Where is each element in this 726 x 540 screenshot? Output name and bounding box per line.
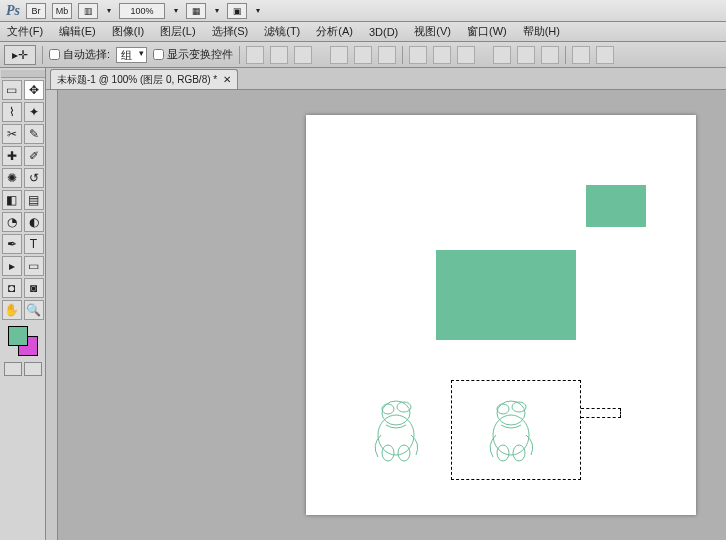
toolbox-grip[interactable] <box>1 70 45 78</box>
menu-layer[interactable]: 图层(L) <box>157 22 198 41</box>
align-icon[interactable] <box>270 46 288 64</box>
minibridge-icon[interactable]: Mb <box>52 3 72 19</box>
vector-figure-a[interactable] <box>366 395 426 465</box>
quick-mask-toggle <box>4 362 42 376</box>
document-tabs: 未标题-1 @ 100% (图层 0, RGB/8) * ✕ <box>46 68 726 90</box>
app-logo: Ps <box>6 3 20 19</box>
dropdown-icon[interactable]: ▾ <box>212 3 221 19</box>
auto-select-checkbox[interactable]: 自动选择: <box>49 47 110 62</box>
document-area: 未标题-1 @ 100% (图层 0, RGB/8) * ✕ <box>46 68 726 540</box>
pen-tool[interactable]: ✒ <box>2 234 22 254</box>
arrange-docs-icon[interactable]: ▦ <box>186 3 206 19</box>
align-icon[interactable] <box>330 46 348 64</box>
history-brush-tool[interactable]: ↺ <box>24 168 44 188</box>
eyedropper-tool[interactable]: ✎ <box>24 124 44 144</box>
auto-select-label: 自动选择: <box>63 47 110 62</box>
distribute-icon[interactable] <box>457 46 475 64</box>
svg-point-3 <box>378 415 414 455</box>
menu-file[interactable]: 文件(F) <box>4 22 46 41</box>
screen-mode-icon[interactable]: ▥ <box>78 3 98 19</box>
close-icon[interactable]: ✕ <box>223 74 231 85</box>
title-bar: Ps Br Mb ▥ ▾ 100% ▾ ▦ ▾ ▣ ▾ <box>0 0 726 22</box>
distribute-icon[interactable] <box>409 46 427 64</box>
document-title: 未标题-1 @ 100% (图层 0, RGB/8) * <box>57 73 217 87</box>
auto-align-icon[interactable] <box>572 46 590 64</box>
hand-tool[interactable]: ✋ <box>2 300 22 320</box>
distribute-icon[interactable] <box>517 46 535 64</box>
show-transform-label: 显示变换控件 <box>167 47 233 62</box>
options-bar: ▸✛ 自动选择: 组 显示变换控件 <box>0 42 726 68</box>
healing-tool[interactable]: ✚ <box>2 146 22 166</box>
shape-rect-large[interactable] <box>436 250 576 340</box>
canvas-viewport[interactable] <box>46 90 726 540</box>
auto-select-mode[interactable]: 组 <box>116 47 147 63</box>
dropdown-icon[interactable]: ▾ <box>253 3 262 19</box>
separator <box>565 46 566 64</box>
align-icon[interactable] <box>246 46 264 64</box>
menu-filter[interactable]: 滤镜(T) <box>261 22 303 41</box>
menu-select[interactable]: 选择(S) <box>209 22 252 41</box>
menu-view[interactable]: 视图(V) <box>411 22 454 41</box>
stamp-tool[interactable]: ✺ <box>2 168 22 188</box>
selection-marquee[interactable] <box>451 380 581 480</box>
crop-tool[interactable]: ✂ <box>2 124 22 144</box>
path-select-tool[interactable]: ▸ <box>2 256 22 276</box>
distribute-icon[interactable] <box>493 46 511 64</box>
move-tool[interactable]: ✥ <box>24 80 44 100</box>
align-icon[interactable] <box>354 46 372 64</box>
menu-edit[interactable]: 编辑(E) <box>56 22 99 41</box>
brush-tool[interactable]: ✐ <box>24 146 44 166</box>
color-swatches[interactable] <box>8 326 38 356</box>
menu-help[interactable]: 帮助(H) <box>520 22 563 41</box>
align-icon[interactable] <box>294 46 312 64</box>
current-tool-icon[interactable]: ▸✛ <box>4 45 36 65</box>
show-transform-checkbox[interactable]: 显示变换控件 <box>153 47 233 62</box>
link-icon[interactable] <box>596 46 614 64</box>
3d-camera-tool[interactable]: ◙ <box>24 278 44 298</box>
menu-3d[interactable]: 3D(D) <box>366 24 401 40</box>
selection-marquee-ext[interactable] <box>581 408 621 418</box>
svg-point-1 <box>382 404 394 414</box>
zoom-level[interactable]: 100% <box>119 3 165 19</box>
blur-tool[interactable]: ◔ <box>2 212 22 232</box>
bridge-icon[interactable]: Br <box>26 3 46 19</box>
3d-tool[interactable]: ◘ <box>2 278 22 298</box>
zoom-tool[interactable]: 🔍 <box>24 300 44 320</box>
separator <box>239 46 240 64</box>
gradient-tool[interactable]: ▤ <box>24 190 44 210</box>
dodge-tool[interactable]: ◐ <box>24 212 44 232</box>
dropdown-icon[interactable]: ▾ <box>104 3 113 19</box>
magic-wand-tool[interactable]: ✦ <box>24 102 44 122</box>
shape-rect-small[interactable] <box>586 185 646 227</box>
shape-tool[interactable]: ▭ <box>24 256 44 276</box>
menu-bar: 文件(F) 编辑(E) 图像(I) 图层(L) 选择(S) 滤镜(T) 分析(A… <box>0 22 726 42</box>
separator <box>402 46 403 64</box>
eraser-tool[interactable]: ◧ <box>2 190 22 210</box>
lasso-tool[interactable]: ⌇ <box>2 102 22 122</box>
menu-window[interactable]: 窗口(W) <box>464 22 510 41</box>
toolbox: ▭ ✥ ⌇ ✦ ✂ ✎ ✚ ✐ ✺ ↺ ◧ ▤ ◔ ◐ ✒ T ▸ ▭ ◘ ◙ … <box>0 68 46 540</box>
marquee-tool[interactable]: ▭ <box>2 80 22 100</box>
menu-image[interactable]: 图像(I) <box>109 22 147 41</box>
distribute-icon[interactable] <box>541 46 559 64</box>
dropdown-icon[interactable]: ▾ <box>171 3 180 19</box>
quickmask-mode[interactable] <box>24 362 42 376</box>
type-tool[interactable]: T <box>24 234 44 254</box>
workspace: ▭ ✥ ⌇ ✦ ✂ ✎ ✚ ✐ ✺ ↺ ◧ ▤ ◔ ◐ ✒ T ▸ ▭ ◘ ◙ … <box>0 68 726 540</box>
align-icon[interactable] <box>378 46 396 64</box>
standard-mode[interactable] <box>4 362 22 376</box>
document-tab[interactable]: 未标题-1 @ 100% (图层 0, RGB/8) * ✕ <box>50 69 238 89</box>
extras-icon[interactable]: ▣ <box>227 3 247 19</box>
foreground-color[interactable] <box>8 326 28 346</box>
distribute-icon[interactable] <box>433 46 451 64</box>
menu-analysis[interactable]: 分析(A) <box>313 22 356 41</box>
separator <box>42 46 43 64</box>
canvas[interactable] <box>306 115 696 515</box>
